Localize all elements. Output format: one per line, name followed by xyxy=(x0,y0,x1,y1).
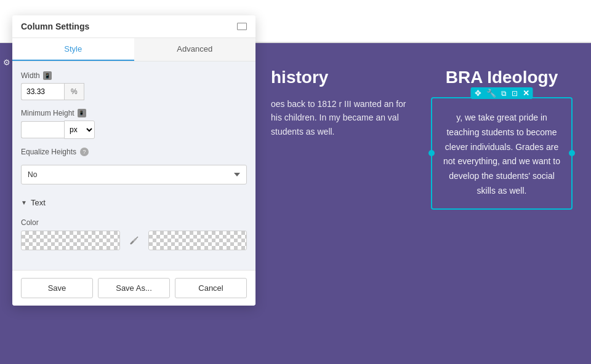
main-content: history oes back to 1812 r III wanted an… xyxy=(252,43,591,364)
column-toolbar: ✥ 🔧 ⧉ ⊡ ✕ xyxy=(471,87,533,99)
right-text: y, we take great pride in teaching stude… xyxy=(442,111,561,199)
width-input-group: % xyxy=(21,83,247,100)
responsive-icon: 📱 xyxy=(43,71,52,80)
panel-footer: Save Save As... Cancel xyxy=(12,270,255,306)
chevron-icon: ▼ xyxy=(21,199,27,206)
min-height-input[interactable] xyxy=(21,121,64,138)
save-as-button[interactable]: Save As... xyxy=(98,278,170,298)
equalize-label: Equalize Heights xyxy=(21,148,76,156)
eyedropper-button[interactable] xyxy=(125,231,143,250)
panel-body: Width 📱 % Minimum Height 📱 px em % vh xyxy=(12,61,255,270)
equalize-select-row: No Yes xyxy=(21,165,247,184)
gear-sidebar-icon[interactable]: ⚙ xyxy=(0,54,14,70)
copy-icon[interactable]: ⧉ xyxy=(501,90,507,97)
tab-style[interactable]: Style xyxy=(12,38,134,61)
panel-title-bar: Column Settings xyxy=(12,15,255,38)
left-heading: history xyxy=(271,68,412,87)
panel-title: Column Settings xyxy=(21,22,89,31)
min-height-input-group: px em % vh xyxy=(21,121,247,139)
close-icon[interactable]: ✕ xyxy=(523,89,529,97)
wrench-icon[interactable]: 🔧 xyxy=(486,89,496,97)
save-button[interactable]: Save xyxy=(21,278,93,298)
width-input[interactable] xyxy=(21,83,64,100)
help-icon[interactable]: ? xyxy=(80,148,89,156)
resize-handle-left[interactable] xyxy=(428,150,435,156)
color-picker-row xyxy=(21,231,247,250)
width-field-row: Width 📱 % xyxy=(21,71,247,100)
right-column: BRA Ideology ✥ 🔧 ⧉ ⊡ ✕ y, we take great … xyxy=(431,68,573,339)
minimize-button[interactable] xyxy=(237,23,247,30)
panel-tabs: Style Advanced xyxy=(12,38,255,61)
selected-column-box[interactable]: ✥ 🔧 ⧉ ⊡ ✕ y, we take great pride in teac… xyxy=(431,97,573,210)
left-text: oes back to 1812 r III wanted an for his… xyxy=(271,97,412,138)
move-icon[interactable]: ✥ xyxy=(475,89,481,97)
tab-advanced[interactable]: Advanced xyxy=(134,38,256,61)
text-section-header[interactable]: ▼ Text xyxy=(21,193,247,212)
min-height-unit-select[interactable]: px em % vh xyxy=(64,121,95,139)
cancel-button[interactable]: Cancel xyxy=(175,278,247,298)
width-unit: % xyxy=(64,83,84,100)
color-swatch-right[interactable] xyxy=(148,231,247,250)
color-swatch-left[interactable] xyxy=(21,231,120,250)
responsive-icon-2: 📱 xyxy=(78,109,86,117)
text-section-label: Text xyxy=(31,198,46,207)
equalize-select[interactable]: No Yes xyxy=(21,165,247,184)
min-height-label: Minimum Height 📱 xyxy=(21,109,247,117)
equalize-heights-row: Equalize Heights ? xyxy=(21,148,247,156)
color-label: Color xyxy=(21,218,247,227)
min-height-field-row: Minimum Height 📱 px em % vh xyxy=(21,109,247,139)
left-column: history oes back to 1812 r III wanted an… xyxy=(271,68,412,339)
right-heading: BRA Ideology xyxy=(446,68,558,87)
resize-handle-right[interactable] xyxy=(569,150,575,156)
resize-icon[interactable]: ⊡ xyxy=(512,90,518,97)
width-label: Width 📱 xyxy=(21,71,247,80)
settings-panel: Column Settings Style Advanced Width 📱 % xyxy=(12,15,255,306)
